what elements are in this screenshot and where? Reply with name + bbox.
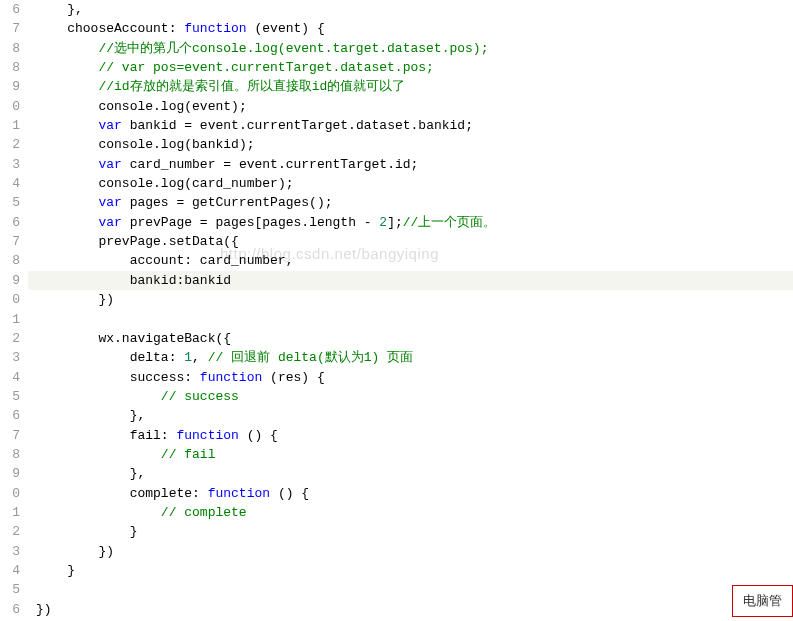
token-ident: navigateBack <box>122 331 216 346</box>
code-line[interactable]: chooseAccount: function (event) { <box>28 19 793 38</box>
token-ident: event <box>192 99 231 114</box>
popup-notification[interactable]: 电脑管 <box>732 585 793 617</box>
token-punct: ); <box>231 99 247 114</box>
token-punct: - <box>356 215 379 230</box>
line-number: 8 <box>0 251 20 270</box>
token-punct: ]; <box>387 215 403 230</box>
code-line[interactable]: }, <box>28 0 793 19</box>
token-comment: //id存放的就是索引值。所以直接取id的值就可以了 <box>98 79 405 94</box>
token-kw: var <box>98 118 121 133</box>
token-punct: ( <box>184 137 192 152</box>
line-number: 6 <box>0 213 20 232</box>
token-ident: event <box>200 118 239 133</box>
line-number: 9 <box>0 271 20 290</box>
line-number: 2 <box>0 522 20 541</box>
token-ident: log <box>161 137 184 152</box>
token-punct: . <box>348 118 356 133</box>
token-ident: bankid <box>130 273 177 288</box>
token-punct: ( <box>262 370 278 385</box>
line-number: 9 <box>0 77 20 96</box>
code-line[interactable]: var card_number = event.currentTarget.id… <box>28 155 793 174</box>
token-punct: () { <box>270 486 309 501</box>
line-number: 7 <box>0 426 20 445</box>
token-punct: ) { <box>301 21 324 36</box>
code-line[interactable]: }) <box>28 600 793 619</box>
code-line[interactable]: prevPage.setData({ <box>28 232 793 251</box>
token-num: 2 <box>379 215 387 230</box>
code-line[interactable]: // fail <box>28 445 793 464</box>
line-number: 2 <box>0 329 20 348</box>
token-ident: complete <box>130 486 192 501</box>
token-ident: length <box>309 215 356 230</box>
code-line[interactable]: console.log(bankid); <box>28 135 793 154</box>
code-line[interactable]: wx.navigateBack({ <box>28 329 793 348</box>
line-number: 0 <box>0 97 20 116</box>
line-number: 0 <box>0 290 20 309</box>
token-ident: id <box>395 157 411 172</box>
line-number: 8 <box>0 445 20 464</box>
token-punct: . <box>161 234 169 249</box>
code-line[interactable]: // success <box>28 387 793 406</box>
code-line[interactable]: console.log(event); <box>28 97 793 116</box>
line-number: 0 <box>0 484 20 503</box>
token-kw: function <box>208 486 270 501</box>
token-ident: prevPage <box>98 234 160 249</box>
line-number: 4 <box>0 368 20 387</box>
code-area[interactable]: }, chooseAccount: function (event) { //选… <box>28 0 793 619</box>
token-punct: , <box>192 350 208 365</box>
token-punct: = <box>215 157 238 172</box>
code-line[interactable]: // var pos=event.currentTarget.dataset.p… <box>28 58 793 77</box>
token-punct <box>122 215 130 230</box>
line-number: 6 <box>0 600 20 619</box>
token-punct: : <box>192 486 208 501</box>
code-line[interactable]: }) <box>28 542 793 561</box>
code-line[interactable]: }, <box>28 464 793 483</box>
code-line[interactable]: } <box>28 522 793 541</box>
token-ident: pages <box>262 215 301 230</box>
code-line[interactable]: console.log(card_number); <box>28 174 793 193</box>
token-comment: //选中的第几个console.log(event.target.dataset… <box>98 41 488 56</box>
token-ident: prevPage <box>130 215 192 230</box>
line-number: 5 <box>0 387 20 406</box>
line-number: 5 <box>0 580 20 599</box>
code-line[interactable]: var prevPage = pages[pages.length - 2];/… <box>28 213 793 232</box>
code-line[interactable]: // complete <box>28 503 793 522</box>
code-line[interactable]: //选中的第几个console.log(event.target.dataset… <box>28 39 793 58</box>
code-line[interactable]: //id存放的就是索引值。所以直接取id的值就可以了 <box>28 77 793 96</box>
code-line[interactable]: success: function (res) { <box>28 368 793 387</box>
code-editor[interactable]: 67889012345678901234567890123456 }, choo… <box>0 0 793 619</box>
code-line[interactable]: complete: function () { <box>28 484 793 503</box>
line-number: 4 <box>0 561 20 580</box>
code-line[interactable]: delta: 1, // 回退前 delta(默认为1) 页面 <box>28 348 793 367</box>
token-punct <box>122 157 130 172</box>
code-line[interactable]: var pages = getCurrentPages(); <box>28 193 793 212</box>
code-line[interactable]: bankid:bankid <box>28 271 793 290</box>
code-line[interactable] <box>28 310 793 329</box>
token-kw: function <box>184 21 246 36</box>
code-line[interactable] <box>28 580 793 599</box>
code-line[interactable]: fail: function () { <box>28 426 793 445</box>
token-comment: // success <box>161 389 239 404</box>
line-number: 9 <box>0 464 20 483</box>
code-line[interactable]: }) <box>28 290 793 309</box>
token-punct: () { <box>239 428 278 443</box>
token-ident: event <box>262 21 301 36</box>
token-ident: chooseAccount <box>67 21 168 36</box>
token-punct: ({ <box>223 234 239 249</box>
token-ident: fail <box>130 428 161 443</box>
line-number: 8 <box>0 58 20 77</box>
code-line[interactable]: account: card_number, <box>28 251 793 270</box>
token-punct: } <box>67 563 75 578</box>
token-ident: account <box>130 253 185 268</box>
token-ident: bankid <box>418 118 465 133</box>
code-line[interactable]: var bankid = event.currentTarget.dataset… <box>28 116 793 135</box>
token-punct: : <box>169 21 185 36</box>
token-punct: }, <box>130 466 146 481</box>
line-number: 1 <box>0 310 20 329</box>
code-line[interactable]: }, <box>28 406 793 425</box>
token-ident: card_number <box>200 253 286 268</box>
token-ident: wx <box>98 331 114 346</box>
code-line[interactable]: } <box>28 561 793 580</box>
token-ident: log <box>161 176 184 191</box>
token-ident: pages <box>130 195 169 210</box>
